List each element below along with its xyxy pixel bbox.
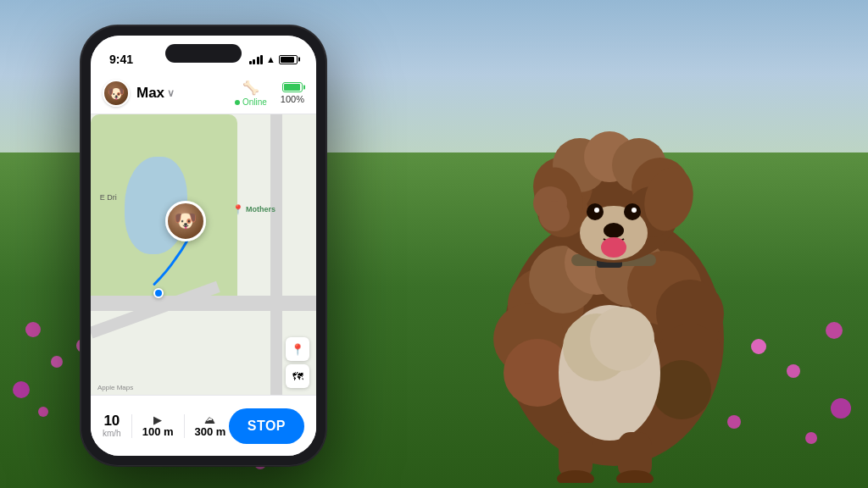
signal-bar-4 (260, 55, 263, 64)
wifi-icon: ▲ (266, 54, 275, 64)
mountain-icon: ⛰ (204, 413, 215, 426)
tracker-icon: 🦴 (242, 80, 259, 96)
chevron-down-icon: ∨ (167, 87, 175, 99)
pet-header[interactable]: 🐶 Max ∨ 🦴 Online (91, 75, 316, 114)
svg-point-33 (539, 201, 570, 231)
battery-fill (281, 57, 294, 63)
stop-button[interactable]: STOP (229, 408, 304, 444)
pet-status-wrap: 🦴 Online 100% (235, 80, 304, 107)
distance-stat: ▶ 100 m (142, 413, 174, 438)
signal-bar-1 (249, 61, 252, 64)
status-time: 9:41 (109, 53, 133, 66)
pet-name[interactable]: Max ∨ (136, 85, 175, 102)
dog-container (393, 17, 817, 483)
dynamic-island (165, 44, 242, 63)
speed-unit: km/h (103, 429, 121, 438)
svg-point-27 (594, 208, 599, 213)
svg-point-29 (604, 223, 624, 238)
phone-frame: 9:41 ▲ 🐶 (81, 25, 326, 466)
svg-point-30 (601, 237, 626, 258)
signal-bar-3 (257, 57, 259, 64)
direction-icon: ▶ (153, 413, 162, 426)
pet-battery-percent: 100% (281, 94, 304, 104)
battery-icon (279, 55, 298, 64)
pet-name-text: Max (136, 85, 164, 102)
status-icons: ▲ (249, 54, 298, 64)
altitude-stat: ⛰ 300 m (195, 413, 226, 438)
signal-bar-2 (253, 59, 255, 64)
stat-divider-2 (184, 414, 185, 438)
speed-stat: 10 km/h (103, 413, 121, 439)
pet-avatar: 🐶 (103, 80, 130, 107)
bottom-stats-bar: 10 km/h ▶ 100 m ⛰ 300 m (91, 395, 316, 456)
map-area[interactable]: E Dri 📍 Mothers 🐶 Apple Maps (91, 114, 316, 395)
online-label: Online (242, 97, 267, 107)
stat-divider-1 (131, 414, 132, 438)
pet-battery-icon (282, 82, 303, 92)
distance-value: 100 m (142, 426, 174, 438)
phone-screen: 9:41 ▲ 🐶 (91, 36, 316, 456)
altitude-value: 300 m (195, 426, 226, 438)
pet-name-wrap[interactable]: 🐶 Max ∨ (103, 80, 175, 107)
online-dot (235, 100, 240, 105)
svg-point-13 (590, 307, 654, 371)
map-pet-pin: 🐶 (165, 201, 206, 241)
svg-point-10 (652, 360, 711, 419)
online-badge: Online (235, 97, 267, 107)
map-trail (91, 114, 316, 395)
svg-point-28 (632, 208, 637, 213)
signal-icon (249, 55, 264, 64)
stat-group: 10 km/h ▶ 100 m ⛰ 300 m (103, 413, 225, 439)
phone-device: 9:41 ▲ 🐶 (81, 25, 326, 466)
speed-value: 10 (103, 413, 120, 430)
pet-battery-fill (284, 84, 300, 91)
